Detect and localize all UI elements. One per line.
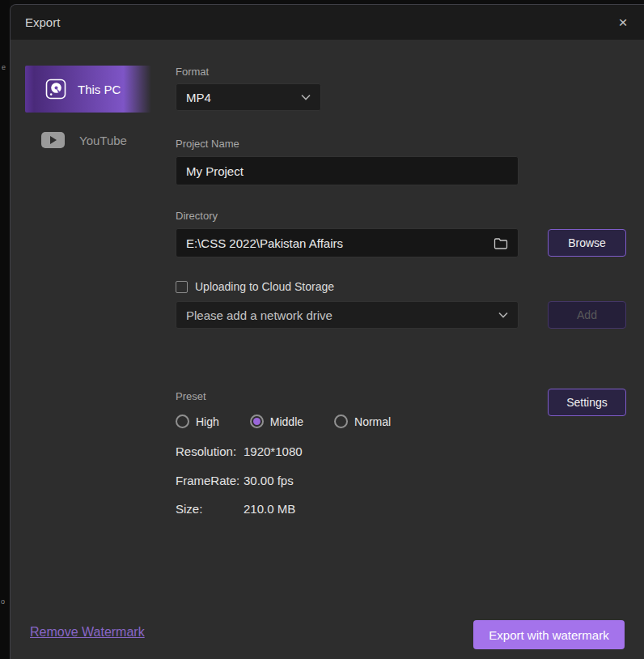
remove-watermark-link[interactable]: Remove Watermark xyxy=(30,625,145,640)
export-with-watermark-button[interactable]: Export with watermark xyxy=(473,620,625,649)
chevron-down-icon xyxy=(301,94,311,100)
youtube-icon xyxy=(41,132,65,148)
add-button[interactable]: Add xyxy=(548,301,626,329)
hard-drive-icon xyxy=(45,79,66,100)
chevron-down-icon xyxy=(498,312,508,318)
settings-button[interactable]: Settings xyxy=(548,389,626,416)
browse-button[interactable]: Browse xyxy=(548,229,626,257)
background-text-fragment: o xyxy=(1,597,5,606)
directory-label: Directory xyxy=(176,210,218,222)
close-icon[interactable]: × xyxy=(612,11,634,34)
dialog-titlebar: Export × xyxy=(11,5,644,40)
size-row: Size: 210.0 MB xyxy=(176,502,295,516)
checkbox-icon xyxy=(176,281,188,293)
project-name-label: Project Name xyxy=(176,138,239,150)
project-name-input[interactable]: My Project xyxy=(176,156,519,185)
format-label: Format xyxy=(176,66,209,78)
directory-input[interactable]: E:\CSS 2022\Pakistan Affairs xyxy=(176,228,519,257)
sidebar-item-label: This PC xyxy=(78,83,121,96)
radio-high[interactable]: High xyxy=(176,415,219,428)
project-name-value: My Project xyxy=(186,164,244,178)
radio-icon-selected xyxy=(250,415,264,428)
export-dialog: Export × This PC YouTube Format MP4 xyxy=(10,4,644,659)
radio-label: High xyxy=(196,415,219,428)
resolution-value: 1920*1080 xyxy=(244,444,303,458)
radio-label: Middle xyxy=(270,415,303,428)
network-drive-dropdown[interactable]: Please add a network drive xyxy=(176,301,519,329)
radio-normal[interactable]: Normal xyxy=(334,415,391,428)
directory-value: E:\CSS 2022\Pakistan Affairs xyxy=(186,236,343,250)
framerate-row: FrameRate: 30.00 fps xyxy=(176,474,294,487)
radio-label: Normal xyxy=(354,415,391,428)
preset-label: Preset xyxy=(176,390,206,402)
radio-icon xyxy=(176,415,189,428)
sidebar-item-label: YouTube xyxy=(79,134,127,147)
background-app-strip: e o xyxy=(0,0,10,659)
size-value: 210.0 MB xyxy=(244,502,295,516)
network-drive-placeholder: Please add a network drive xyxy=(186,308,333,322)
resolution-label: Resolution: xyxy=(176,444,244,458)
cloud-storage-checkbox[interactable]: Uploading to Cloud Storage xyxy=(176,280,334,293)
folder-icon[interactable] xyxy=(494,237,508,249)
sidebar-item-this-pc[interactable]: This PC xyxy=(25,66,151,113)
radio-icon xyxy=(334,415,348,428)
dialog-title: Export xyxy=(25,5,60,40)
radio-middle[interactable]: Middle xyxy=(250,415,303,428)
cloud-storage-label: Uploading to Cloud Storage xyxy=(195,280,334,293)
framerate-label: FrameRate: xyxy=(176,474,244,487)
format-dropdown[interactable]: MP4 xyxy=(176,83,321,111)
format-value: MP4 xyxy=(186,91,211,104)
sidebar-item-youtube[interactable]: YouTube xyxy=(25,123,151,157)
framerate-value: 30.00 fps xyxy=(244,474,294,487)
size-label: Size: xyxy=(176,502,244,516)
background-text-fragment: e xyxy=(2,63,6,71)
preset-options: High Middle Normal xyxy=(176,415,391,428)
resolution-row: Resolution: 1920*1080 xyxy=(176,444,303,458)
screen: e o Export × This PC YouTube xyxy=(0,0,644,659)
